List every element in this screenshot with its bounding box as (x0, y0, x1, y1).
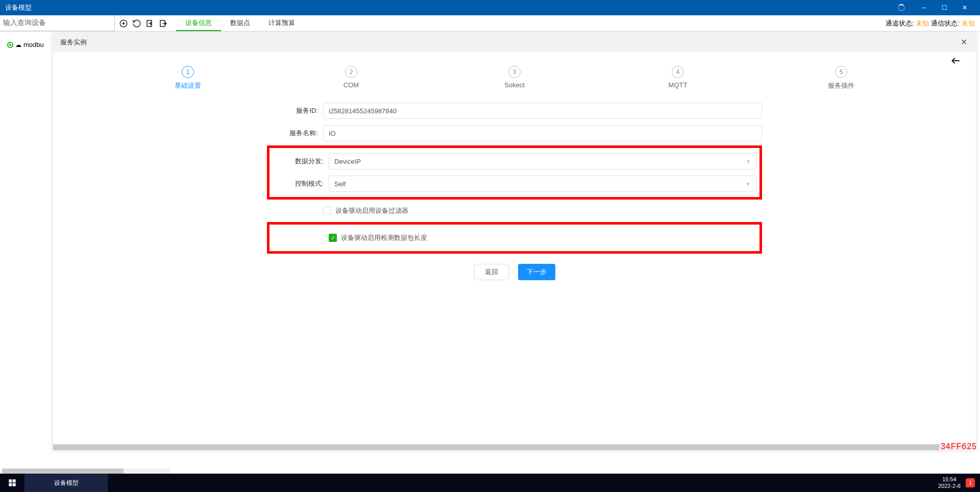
step-com[interactable]: 2 COM (270, 66, 433, 89)
annotation-highlight-checkbox: ✓ 设备驱动启用检测数据包长度 (267, 222, 762, 254)
svg-rect-5 (9, 479, 12, 482)
loading-spinner-icon (893, 0, 914, 15)
status-bar: 通道状态: 未知 通信状态: 未知 (886, 15, 980, 31)
service-id-input[interactable] (323, 103, 762, 119)
channel-status-label: 通道状态: (886, 19, 914, 28)
dialog-horizontal-scrollbar[interactable] (53, 444, 976, 450)
row-enable-packet-length: ✓ 设备驱动启用检测数据包长度 (273, 227, 756, 249)
enable-packet-length-label: 设备驱动启用检测数据包长度 (341, 233, 427, 242)
data-dispatch-label: 数据分发: (273, 157, 329, 166)
svg-rect-8 (12, 483, 15, 486)
tree-item-modbus[interactable]: ☁ modbu (0, 40, 51, 50)
row-service-id: 服务ID: (267, 100, 762, 122)
radio-selected-icon (7, 42, 13, 48)
cloud-icon: ☁ (15, 41, 21, 48)
chevron-down-icon: ▼ (746, 159, 751, 164)
comm-status-label: 通信状态: (931, 19, 960, 28)
windows-taskbar: 设备模型 15:54 2022-2-8 1 (0, 474, 980, 492)
taskbar-clock[interactable]: 15:54 2022-2-8 (938, 476, 961, 489)
toolbar: 输入查询设备 设备信息 数据点 计算预算 通道状态: 未知 通信状态: 未知 (0, 15, 980, 32)
step-basic-settings[interactable]: 1 基础设置 (106, 66, 270, 90)
annotation-highlight-selects: 数据分发: DeviceIP ▼ 控制模式: Self (267, 145, 762, 200)
window-title: 设备模型 (5, 3, 893, 12)
control-mode-value: Self (334, 180, 346, 188)
comm-status-value: 未知 (962, 19, 975, 28)
main-tabs: 设备信息 数据点 计算预算 (176, 15, 304, 31)
taskbar-app-device-model[interactable]: 设备模型 (24, 474, 108, 492)
service-instance-dialog: 服务实例 ✕ 1 基础设置 2 COM 3 Sokect (53, 33, 976, 450)
dialog-body: 1 基础设置 2 COM 3 Sokect 4 MQTT 5 服务插件 (53, 52, 976, 444)
service-id-label: 服务ID: (267, 106, 323, 115)
tab-device-info[interactable]: 设备信息 (176, 15, 221, 31)
svg-rect-7 (9, 483, 12, 486)
enable-device-filter-label: 设备驱动启用设备过滤器 (335, 206, 408, 215)
row-control-mode: 控制模式: Self ▼ (273, 173, 756, 195)
maximize-button[interactable]: ☐ (934, 0, 954, 15)
dialog-close-icon[interactable]: ✕ (959, 37, 969, 47)
back-button[interactable]: 返回 (474, 264, 509, 280)
dialog-header: 服务实例 ✕ (53, 33, 976, 52)
device-tree: ☁ modbu (0, 40, 51, 50)
enable-packet-length-checkbox[interactable]: ✓ (329, 234, 337, 242)
tool-icons (115, 15, 172, 31)
step-mqtt[interactable]: 4 MQTT (596, 66, 760, 89)
data-dispatch-value: DeviceIP (334, 158, 361, 165)
row-data-dispatch: 数据分发: DeviceIP ▼ (273, 150, 756, 173)
tab-data-points[interactable]: 数据点 (221, 15, 259, 31)
watermark-text: 34FF625 (941, 442, 977, 451)
chevron-down-icon: ▼ (746, 181, 751, 187)
export-icon[interactable] (158, 18, 169, 29)
row-service-name: 服务名称: (267, 122, 762, 144)
add-icon[interactable] (118, 18, 129, 29)
step-socket[interactable]: 3 Sokect (433, 66, 596, 89)
form-buttons: 返回 下一步 (267, 264, 762, 280)
taskbar-date: 2022-2-8 (938, 483, 961, 489)
search-input[interactable]: 输入查询设备 (0, 15, 115, 31)
step-service-plugin[interactable]: 5 服务插件 (760, 66, 923, 90)
window-controls: ─ ☐ ✕ (893, 0, 975, 15)
start-button[interactable] (0, 474, 24, 492)
system-tray: 15:54 2022-2-8 1 (933, 474, 980, 492)
data-dispatch-select[interactable]: DeviceIP ▼ (329, 153, 756, 169)
row-enable-device-filter: 设备驱动启用设备过滤器 (267, 201, 762, 221)
next-button[interactable]: 下一步 (518, 264, 555, 280)
control-mode-select[interactable]: Self ▼ (329, 176, 756, 192)
minimize-button[interactable]: ─ (914, 0, 934, 15)
notification-icon[interactable]: 1 (966, 478, 975, 487)
window-titlebar: 设备模型 ─ ☐ ✕ (0, 0, 980, 15)
svg-rect-6 (12, 479, 15, 482)
tree-item-label: modbu (23, 41, 44, 48)
channel-status-value: 未知 (916, 19, 929, 28)
refresh-icon[interactable] (131, 18, 142, 29)
service-name-input[interactable] (323, 125, 762, 141)
control-mode-label: 控制模式: (273, 179, 329, 188)
wizard-steps: 1 基础设置 2 COM 3 Sokect 4 MQTT 5 服务插件 (82, 66, 947, 90)
tab-calc-budget[interactable]: 计算预算 (259, 15, 304, 31)
close-button[interactable]: ✕ (954, 0, 975, 15)
service-name-label: 服务名称: (267, 129, 323, 138)
enable-device-filter-checkbox[interactable] (323, 207, 331, 215)
settings-form: 服务ID: 服务名称: 数据分发: DeviceIP ▼ (267, 100, 762, 280)
taskbar-time: 15:54 (938, 476, 961, 483)
import-icon[interactable] (144, 18, 156, 29)
dialog-title: 服务实例 (60, 38, 87, 47)
